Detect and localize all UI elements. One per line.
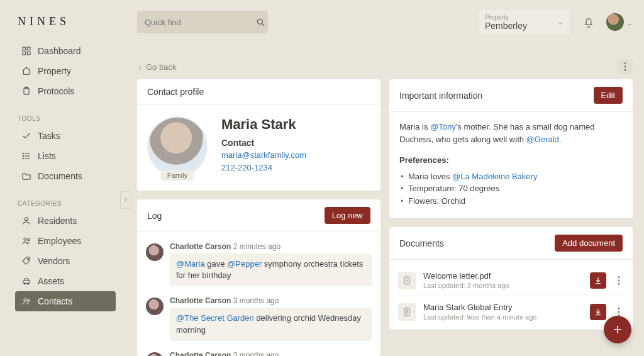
- svg-point-23: [625, 62, 626, 64]
- preference-item: Flowers: Orchid: [399, 195, 623, 208]
- sidebar-item-contacts[interactable]: Contacts: [15, 291, 116, 311]
- mention[interactable]: @Gerald: [526, 135, 559, 144]
- sidebar-item-dashboard[interactable]: Dashboard: [15, 41, 116, 61]
- profile-type: Contact: [221, 138, 306, 148]
- card-title: Log: [147, 211, 162, 221]
- nav-categories: CATEGORIES Residents Employees Vendors A…: [0, 186, 126, 311]
- avatar: [146, 352, 164, 356]
- avatar: [606, 13, 624, 31]
- download-button[interactable]: [590, 304, 606, 320]
- profile-phone-link[interactable]: 212-220-1234: [221, 162, 306, 174]
- sidebar-collapse-button[interactable]: [120, 191, 131, 209]
- mention[interactable]: @Tony: [430, 122, 456, 131]
- document-title: Welcome letter.pdf: [423, 271, 582, 281]
- important-intro: Maria is @Tony's mother. She has a small…: [399, 121, 623, 145]
- sidebar-item-label: Lists: [38, 151, 56, 161]
- document-more-menu[interactable]: [614, 308, 624, 316]
- sidebar-item-residents[interactable]: Residents: [15, 211, 116, 231]
- page-header-row: Go back: [137, 42, 633, 79]
- search-input[interactable]: [145, 18, 250, 27]
- svg-point-30: [618, 276, 620, 278]
- log-new-button[interactable]: Log new: [325, 207, 370, 224]
- sidebar-item-label: Contacts: [38, 296, 72, 306]
- svg-point-19: [24, 299, 26, 301]
- svg-point-14: [28, 238, 30, 240]
- log-entry[interactable]: @Maria gave @Pepper symphony orchestra t…: [170, 253, 372, 286]
- go-back-link[interactable]: Go back: [137, 62, 176, 72]
- download-icon: [594, 276, 602, 285]
- people-icon: [21, 236, 31, 246]
- page-more-menu[interactable]: [618, 59, 633, 74]
- person-icon: [21, 216, 31, 226]
- chevron-left-icon: [123, 197, 129, 203]
- document-icon: [398, 272, 416, 289]
- sidebar-item-label: Property: [38, 66, 71, 76]
- add-fab[interactable]: [604, 316, 631, 343]
- chevron-down-icon: [626, 19, 633, 25]
- log-author: Charlotte Carson: [170, 351, 231, 356]
- svg-rect-16: [23, 281, 30, 283]
- sidebar-item-assets[interactable]: Assets: [15, 271, 116, 291]
- svg-point-32: [618, 282, 620, 284]
- document-subtitle: Last updated: 3 months ago: [423, 282, 582, 289]
- tag-icon: [21, 256, 31, 266]
- mention[interactable]: @Pepper: [227, 259, 262, 269]
- notifications-button[interactable]: [582, 16, 595, 28]
- sidebar-item-label: Vendors: [38, 256, 70, 266]
- mention[interactable]: @La Madeleine Bakery: [452, 172, 537, 181]
- svg-point-18: [28, 283, 29, 284]
- chevron-left-icon: [137, 64, 143, 70]
- log-card: Log Log new Charlotte Carson 2 minutes a…: [137, 199, 380, 356]
- profile-name: Maria Stark: [221, 116, 306, 133]
- list-icon: [21, 151, 31, 161]
- sidebar: NINES Dashboard Property Protocols TOOLS…: [0, 0, 126, 356]
- tools-heading: TOOLS: [18, 115, 116, 122]
- mention[interactable]: @Maria: [176, 259, 205, 269]
- account-menu[interactable]: [606, 13, 633, 31]
- svg-point-9: [23, 153, 23, 153]
- svg-point-11: [23, 158, 23, 159]
- documents-card: Documents Add document Welcome letter.pd…: [389, 227, 633, 330]
- log-when: 3 months ago: [233, 296, 279, 305]
- sidebar-item-vendors[interactable]: Vendors: [15, 251, 116, 271]
- log-author: Charlotte Carson: [170, 296, 231, 305]
- sidebar-item-protocols[interactable]: Protocols: [15, 81, 116, 101]
- contact-profile-card: Contact profile Family Maria Stark Conta…: [137, 79, 380, 191]
- kebab-icon: [618, 276, 620, 285]
- sidebar-item-label: Assets: [38, 276, 64, 286]
- sidebar-item-property[interactable]: Property: [15, 61, 116, 81]
- quick-find-search[interactable]: [137, 11, 268, 33]
- log-entry[interactable]: @The Secret Garden delivering orchid Wed…: [170, 308, 372, 340]
- go-back-label: Go back: [146, 62, 176, 72]
- sidebar-item-lists[interactable]: Lists: [15, 146, 116, 166]
- document-more-menu[interactable]: [614, 276, 624, 285]
- sidebar-item-documents[interactable]: Documents: [15, 166, 116, 186]
- mention[interactable]: @The Secret Garden: [176, 313, 254, 323]
- pref-text: Temperature: 70 degrees: [408, 184, 499, 193]
- sidebar-item-label: Employees: [38, 236, 81, 246]
- card-title: Documents: [399, 238, 444, 248]
- profile-email-link[interactable]: maria@starkfamily.com: [221, 149, 306, 162]
- check-icon: [21, 131, 31, 141]
- document-row[interactable]: Welcome letter.pdf Last updated: 3 month…: [397, 265, 625, 296]
- dashboard-icon: [21, 46, 31, 56]
- edit-button[interactable]: Edit: [594, 87, 623, 104]
- plus-icon: [611, 323, 624, 336]
- svg-point-17: [24, 283, 25, 284]
- download-icon: [594, 308, 602, 316]
- sidebar-item-tasks[interactable]: Tasks: [15, 126, 116, 146]
- document-row[interactable]: Maria Stark Global Entry Last updated: l…: [397, 296, 625, 327]
- card-title: Contact profile: [147, 87, 204, 97]
- log-text: gave: [205, 259, 227, 269]
- avatar: [146, 298, 164, 315]
- log-item: Charlotte Carson 3 months ago Maria sent…: [145, 347, 373, 356]
- log-item: Charlotte Carson 3 months ago @The Secre…: [145, 292, 373, 347]
- sidebar-item-employees[interactable]: Employees: [15, 231, 116, 251]
- svg-rect-2: [23, 52, 26, 55]
- svg-point-24: [625, 66, 626, 68]
- svg-point-31: [618, 279, 620, 281]
- download-button[interactable]: [590, 272, 606, 289]
- add-document-button[interactable]: Add document: [555, 235, 623, 252]
- svg-point-20: [28, 299, 30, 301]
- property-selector[interactable]: Property Pemberley: [478, 9, 571, 35]
